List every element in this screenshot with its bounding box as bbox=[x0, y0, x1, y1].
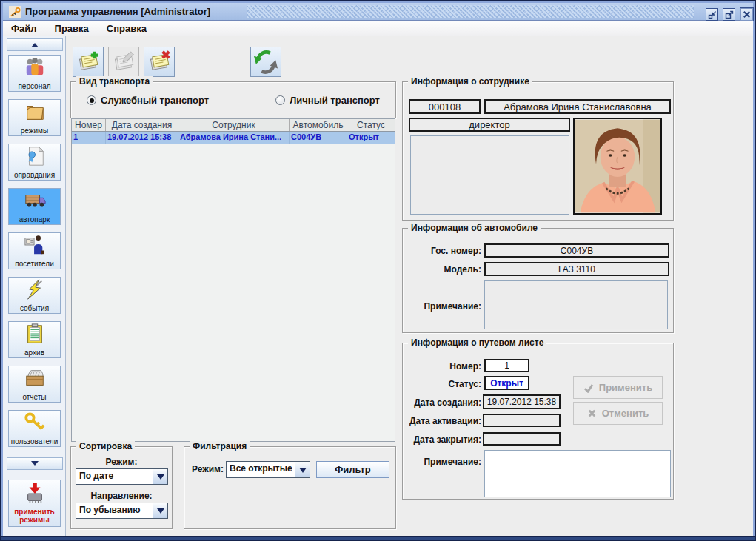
employee-id-field: 000108 bbox=[409, 99, 481, 114]
apply-button[interactable]: Применить bbox=[573, 376, 663, 399]
menu-item-help[interactable]: Справка bbox=[107, 23, 147, 34]
window-bottom-edge bbox=[1, 536, 755, 540]
column-header-car[interactable]: Автомобиль bbox=[290, 119, 347, 131]
transport-group-title: Вид транспорта bbox=[76, 76, 153, 87]
sidebar-item-fleet[interactable]: автопарк bbox=[8, 188, 61, 225]
waybill-number-field[interactable]: 1 bbox=[484, 359, 529, 372]
table-cell: 19.07.2012 15:38 bbox=[106, 132, 178, 144]
car-group-title: Информация об автомобиле bbox=[408, 223, 541, 233]
waybill-notes-area[interactable] bbox=[484, 450, 671, 497]
column-header-created[interactable]: Дата создания bbox=[106, 119, 178, 131]
waybill-closed-label: Дата закрытия: bbox=[403, 434, 481, 445]
waybill-group-title: Информация о путевом листе bbox=[408, 337, 546, 348]
close-icon bbox=[742, 10, 752, 19]
table-cell: Открыт bbox=[347, 132, 395, 144]
filtering-group: Фильтрация Режим: Все открытые Фильтр bbox=[184, 446, 396, 529]
waybill-number-label: Номер: bbox=[403, 361, 481, 372]
employee-notes-area bbox=[410, 135, 569, 215]
chip-apply-icon bbox=[24, 483, 46, 508]
edit-record-button[interactable] bbox=[108, 47, 139, 77]
x-icon bbox=[587, 409, 597, 418]
employee-name-field: Абрамова Ирина Станиславовна bbox=[484, 99, 671, 114]
sort-mode-combo[interactable]: По дате bbox=[76, 468, 168, 485]
maximize-button[interactable] bbox=[723, 8, 735, 21]
sorting-group: Сортировка Режим: По дате Направление: П… bbox=[70, 446, 173, 529]
column-header-employee[interactable]: Сотрудник bbox=[178, 119, 290, 131]
transport-options: Служебный транспорт Личный транспорт bbox=[71, 95, 395, 106]
radio-selected-icon bbox=[87, 95, 96, 105]
cancel-button[interactable]: Отменить bbox=[573, 402, 663, 425]
filtering-group-title: Фильтрация bbox=[190, 441, 250, 451]
plate-field: С004УВ bbox=[484, 243, 669, 258]
column-header-number[interactable]: Номер bbox=[72, 119, 106, 131]
waybill-activated-field bbox=[483, 414, 561, 427]
app-key-icon bbox=[9, 6, 21, 18]
employee-group-title: Информация о сотруднике bbox=[408, 76, 532, 87]
employee-info-group: Информация о сотруднике 000108 Абрамова … bbox=[402, 81, 674, 221]
table-cell: 1 bbox=[72, 132, 106, 144]
people-icon bbox=[24, 56, 46, 81]
sorting-group-title: Сортировка bbox=[76, 441, 135, 451]
table-row-selected[interactable]: 1 19.07.2012 15:38 Абрамова Ирина Стани.… bbox=[72, 132, 395, 144]
menubar: Файл Правка Справка bbox=[3, 21, 753, 36]
sidebar-scroll-down-button[interactable] bbox=[7, 457, 63, 470]
menu-item-edit[interactable]: Правка bbox=[55, 23, 89, 34]
car-notes-label: Примечание: bbox=[403, 301, 481, 312]
table-header: Номер Дата создания Сотрудник Автомобиль… bbox=[72, 119, 395, 132]
key-icon bbox=[24, 411, 46, 437]
card-file-icon bbox=[24, 367, 46, 392]
employee-position-field: директор bbox=[409, 118, 570, 132]
minimize-button[interactable] bbox=[706, 8, 718, 21]
waybill-status-field: Открыт bbox=[484, 376, 529, 390]
sidebar-scroll-up-button[interactable] bbox=[7, 38, 63, 51]
sidebar-item-modes[interactable]: режимы bbox=[8, 99, 61, 136]
add-record-button[interactable] bbox=[73, 47, 104, 77]
minimize-icon bbox=[708, 10, 717, 19]
note-edit-icon bbox=[111, 50, 136, 75]
column-header-status[interactable]: Статус bbox=[347, 119, 395, 131]
car-info-group: Информация об автомобиле Гос. номер: С00… bbox=[402, 228, 674, 333]
filter-mode-combo[interactable]: Все открытые bbox=[226, 461, 310, 478]
sidebar-item-justifications[interactable]: оправдания bbox=[8, 144, 61, 181]
sidebar-item-visitors[interactable]: посетители bbox=[8, 232, 61, 269]
plate-label: Гос. номер: bbox=[403, 246, 481, 256]
radio-service-transport[interactable]: Служебный транспорт bbox=[87, 95, 209, 106]
sidebar-item-users[interactable]: пользователи bbox=[8, 410, 61, 447]
portrait-image bbox=[575, 119, 660, 213]
filter-button[interactable]: Фильтр bbox=[316, 461, 389, 478]
waybill-created-field: 19.07.2012 15:38 bbox=[483, 394, 561, 409]
chevron-up-icon bbox=[31, 39, 39, 47]
refresh-button[interactable] bbox=[250, 47, 281, 77]
filter-mode-label: Режим: bbox=[192, 464, 224, 474]
certificate-icon bbox=[24, 145, 46, 170]
lightning-icon bbox=[24, 278, 46, 303]
sidebar-item-events[interactable]: события bbox=[8, 277, 61, 314]
sort-direction-combo[interactable]: По убыванию bbox=[76, 503, 168, 519]
radio-personal-transport[interactable]: Личный транспорт bbox=[275, 95, 380, 106]
refresh-icon bbox=[253, 50, 278, 75]
menu-item-file[interactable]: Файл bbox=[11, 23, 37, 34]
waybills-table: Номер Дата создания Сотрудник Автомобиль… bbox=[71, 118, 395, 442]
employee-photo bbox=[573, 118, 662, 215]
waybill-created-label: Дата создания: bbox=[403, 397, 481, 408]
transport-type-group: Вид транспорта Служебный транспорт Личны… bbox=[70, 81, 396, 118]
sidebar-item-archive[interactable]: архив bbox=[8, 321, 61, 358]
waybill-notes-label: Примечание: bbox=[403, 457, 481, 467]
sidebar-item-personnel[interactable]: персонал bbox=[8, 55, 61, 92]
chevron-down-icon bbox=[153, 503, 167, 518]
note-add-icon bbox=[76, 50, 101, 75]
truck-icon bbox=[24, 189, 46, 215]
titlebar: Программа управления [Administrator] bbox=[3, 3, 753, 21]
car-notes-area bbox=[484, 280, 668, 329]
close-button[interactable] bbox=[740, 7, 754, 21]
table-cell: Абрамова Ирина Стани... bbox=[178, 132, 290, 144]
table-cell: С004УВ bbox=[290, 132, 347, 144]
application-window: Программа управления [Administrator] Фай… bbox=[0, 0, 756, 541]
sidebar-item-reports[interactable]: отчеты bbox=[8, 366, 61, 403]
apply-modes-button[interactable]: применить режимы bbox=[8, 480, 61, 527]
chevron-down-icon bbox=[153, 469, 167, 484]
visitor-icon bbox=[24, 234, 46, 259]
waybill-closed-field bbox=[483, 432, 561, 446]
waybill-status-label: Статус: bbox=[403, 379, 481, 389]
delete-record-button[interactable] bbox=[144, 47, 175, 77]
